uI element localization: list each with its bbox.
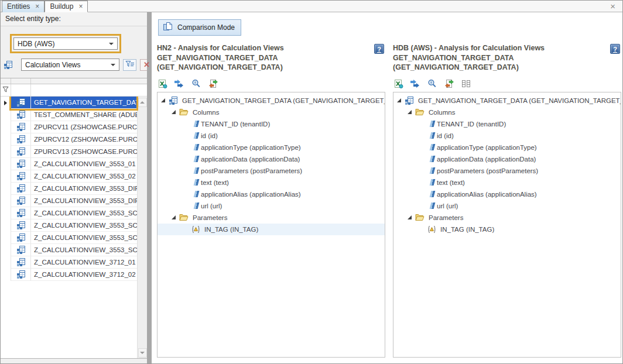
list-item[interactable]: ZPURCV13 (ZSHOWCASE.PURCHASIN [1,146,137,158]
search-magnifier-icon[interactable] [427,79,437,89]
tree-item[interactable]: id (id) [393,130,621,142]
clear-filter-x-icon: ✕ [143,60,150,69]
export-excel-icon[interactable] [393,79,403,89]
column-layout-icon[interactable] [461,79,471,89]
list-item[interactable]: Z_CALCULATIONVIEW_3553_SCRIPT [1,244,137,256]
row-marker-cell [1,232,11,244]
tree-folder-columns[interactable]: Columns [393,107,621,118]
compare-document-icon[interactable] [444,79,454,89]
search-magnifier-icon[interactable] [191,79,201,89]
tree-item[interactable]: applicationData (applicationData) [158,153,385,165]
tree-item[interactable]: TENANT_ID (tenantID) [158,118,385,130]
list-item[interactable]: Z_CALCULATIONVIEW_3712_01 (ZSF [1,256,137,269]
column-icon [430,191,436,197]
tree-folder-parameters[interactable]: Parameters [393,212,621,224]
tab-entities[interactable]: Entities × [2,1,44,12]
panel-toolbar [393,79,621,89]
folder-open-icon [415,214,425,221]
tab-entities-close-icon[interactable]: × [35,4,39,9]
view-type-dropdown[interactable]: Calculation Views [21,59,119,71]
analysis-area: Comparison Mode HN2 - Analysis for Calcu… [152,12,622,363]
list-item[interactable]: Z_CALCULATIONVIEW_3553_01 (ZSF [1,158,137,170]
entity-type-dropdown[interactable]: HDB (AWS) [13,37,118,50]
column-icon [430,167,436,174]
tree-item[interactable]: applicationType (applicationType) [393,142,621,153]
compare-document-icon[interactable] [208,79,218,89]
tree-item[interactable]: applicationData (applicationData) [393,153,621,165]
list-item[interactable]: Z_CALCULATIONVIEW_3553_DIRECT [1,195,137,207]
tree-item[interactable]: postParameters (postParameters) [158,165,385,177]
copy-arrows-icon[interactable] [410,79,420,89]
calculation-view-icon [3,60,13,70]
calculation-view-icon [11,97,31,109]
tree-item[interactable]: url (url) [393,200,621,212]
filter-button[interactable] [123,59,136,71]
list-item-label: ZPURCV11 (ZSHOWCASE.PURCHASIN [31,121,137,133]
list-item[interactable]: ZPURCV12 (ZSHOWCASE.PURCHASIN [1,133,137,146]
comparison-mode-button[interactable]: Comparison Mode [158,19,241,36]
column-icon [430,156,436,162]
tree-item[interactable]: applicationAlias (applicationAlias) [158,188,385,200]
list-item[interactable]: TEST_COMMENT_SHARE (ADUERRST [1,109,137,121]
expander-icon [408,215,412,219]
calculation-view-icon [11,133,31,146]
scroll-up-button[interactable] [138,98,147,107]
tree-item[interactable]: postParameters (postParameters) [393,165,621,177]
tab-bar: Entities × Buildup × × [1,1,622,12]
window-close-icon[interactable]: × [610,2,615,11]
list-item[interactable]: Z_CALCULATIONVIEW_3712_02 (ZSF [1,269,137,281]
combo-zone: HDB (AWS) Calculation Views [1,26,147,71]
tree-folder-columns[interactable]: Columns [158,107,385,118]
list-item[interactable]: GET_NAVIGATION_TARGET_DATA (s [1,97,137,109]
chevron-down-icon [109,43,114,45]
calculation-view-icon [11,269,31,281]
list-item[interactable]: Z_CALCULATIONVIEW_3553_SCRIPT [1,207,137,219]
copy-arrows-icon[interactable] [174,79,184,89]
list-item[interactable]: Z_CALCULATIONVIEW_3553_SCRIPT [1,219,137,232]
help-icon[interactable]: ? [610,44,620,54]
list-item-label: Z_CALCULATIONVIEW_3712_01 (ZSF [31,256,137,269]
tree-item[interactable]: text (text) [158,177,385,188]
list-item[interactable]: Z_CALCULATIONVIEW_3553_02 (ZSF [1,170,137,183]
entity-list-scrollbar[interactable] [137,97,147,358]
tree-item[interactable]: applicationType (applicationType) [158,142,385,153]
folder-open-icon [179,108,189,116]
calculation-view-icon [11,256,31,269]
calculation-view-icon [11,244,31,256]
column-icon [194,191,200,197]
list-item[interactable]: Z_CALCULATIONVIEW_3553_DIRECT [1,183,137,195]
column-icon [194,156,200,162]
row-marker-cell [1,158,11,170]
tree-item[interactable]: url (url) [158,200,385,212]
expander-icon [397,98,401,102]
tree-node-root[interactable]: GET_NAVIGATION_TARGET_DATA (GET_NAVIGATI… [158,95,385,107]
column-icon [194,144,200,150]
column-icon [194,202,200,209]
tree-item[interactable]: applicationAlias (applicationAlias) [393,188,621,200]
current-row-arrow-icon [4,101,7,105]
help-icon[interactable]: ? [374,44,384,54]
row-marker-cell [1,195,11,207]
entity-list-rows: GET_NAVIGATION_TARGET_DATA (sTEST_COMMEN… [1,97,147,358]
calculation-view-icon [11,219,31,232]
scroll-down-button[interactable] [138,348,147,358]
select-entity-type-label: Select entity type: [1,12,147,26]
entity-list-filter-row[interactable] [1,84,147,97]
application-window: Entities × Buildup × × Select entity typ… [0,0,623,364]
funnel-icon [2,86,9,94]
analysis-panel-hdb-aws: HDB (AWS) - Analysis for Calculation Vie… [393,43,621,358]
tab-buildup[interactable]: Buildup × [44,1,88,12]
row-marker-cell [1,109,11,121]
export-excel-icon[interactable] [157,79,167,89]
tree-item[interactable]: id (id) [158,130,385,142]
tree-folder-parameters[interactable]: Parameters [158,212,385,224]
tree-item[interactable]: TENANT_ID (tenantID) [393,118,621,130]
row-marker-cell [1,183,11,195]
tree-item[interactable]: text (text) [393,177,621,188]
tab-buildup-close-icon[interactable]: × [78,4,83,9]
tree-item[interactable]: IN_TAG (IN_TAG) [158,224,385,235]
list-item[interactable]: ZPURCV11 (ZSHOWCASE.PURCHASIN [1,121,137,133]
tree-item[interactable]: IN_TAG (IN_TAG) [393,224,621,235]
tree-node-root[interactable]: GET_NAVIGATION_TARGET_DATA (GET_NAVIGATI… [393,95,621,107]
list-item[interactable]: Z_CALCULATIONVIEW_3553_SCRIPT [1,232,137,244]
